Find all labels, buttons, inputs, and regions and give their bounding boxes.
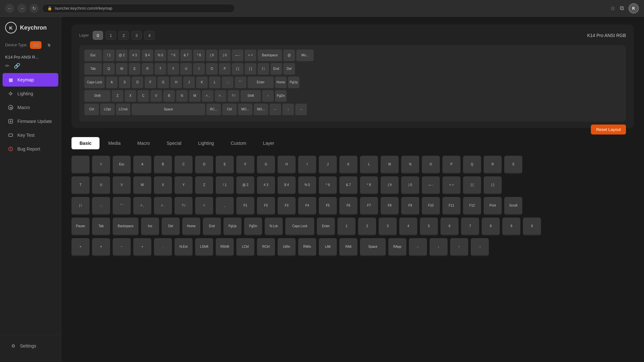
key-1[interactable]: ! 1 bbox=[103, 50, 115, 62]
grid-key-o[interactable]: O bbox=[422, 156, 440, 174]
key-up[interactable]: ↑ bbox=[262, 90, 274, 102]
sidebar-item-macro[interactable]: M Macro bbox=[3, 101, 58, 114]
key-rc[interactable]: RC... bbox=[206, 104, 221, 116]
layer-tab-3[interactable]: 3 bbox=[131, 31, 142, 40]
key-period[interactable]: > . bbox=[215, 90, 226, 102]
grid-key-6[interactable]: ^ 6 bbox=[319, 176, 337, 194]
grid-key-m[interactable]: M bbox=[381, 156, 399, 174]
grid-key-f1[interactable]: F1 bbox=[236, 197, 254, 215]
keycode-tab-custom[interactable]: Custom bbox=[223, 137, 254, 149]
key-lbracket[interactable]: { [ bbox=[232, 63, 243, 75]
grid-key-lwin[interactable]: LWin bbox=[278, 238, 296, 256]
key-mo3[interactable]: MO... bbox=[254, 104, 268, 116]
key-b[interactable]: B bbox=[163, 90, 175, 102]
grid-key-num0[interactable]: 0 bbox=[523, 218, 541, 236]
grid-key-space[interactable]: Space bbox=[360, 238, 386, 256]
key-equals[interactable]: + = bbox=[245, 50, 256, 62]
key-m[interactable]: M bbox=[189, 90, 201, 102]
keycode-tab-media[interactable]: Media bbox=[100, 137, 128, 149]
grid-key-print[interactable]: Print bbox=[484, 197, 502, 215]
key-semicolon[interactable]: : ; bbox=[222, 77, 233, 89]
reset-layout-button[interactable]: Reset Layout bbox=[591, 125, 626, 135]
key-r[interactable]: R bbox=[142, 63, 153, 75]
keycode-tab-special[interactable]: Special bbox=[158, 137, 189, 149]
key-9[interactable]: ( 9 bbox=[206, 50, 218, 62]
key-right[interactable]: → bbox=[295, 104, 307, 116]
grid-key-n[interactable]: N bbox=[401, 156, 419, 174]
grid-key-equals[interactable]: + = bbox=[442, 176, 460, 194]
grid-key-5[interactable]: % 5 bbox=[298, 176, 316, 194]
grid-key-f4[interactable]: F4 bbox=[298, 197, 316, 215]
key-mo1[interactable]: Mo... bbox=[296, 50, 314, 62]
key-4[interactable]: $ 4 bbox=[142, 50, 153, 62]
grid-key-w[interactable]: W bbox=[133, 176, 151, 194]
key-p[interactable]: P bbox=[219, 63, 231, 75]
key-esc[interactable]: Esc bbox=[84, 50, 102, 62]
edit-icon[interactable]: ✏ bbox=[5, 63, 9, 69]
grid-key-pause[interactable]: Pause bbox=[71, 218, 90, 236]
key-i[interactable]: I bbox=[193, 63, 205, 75]
grid-key-f8[interactable]: F8 bbox=[381, 197, 399, 215]
grid-key-lbracket[interactable]: { [ bbox=[463, 176, 481, 194]
key-space[interactable]: Space bbox=[132, 104, 205, 116]
grid-key-1[interactable]: ! 1 bbox=[216, 176, 234, 194]
grid-key-num5[interactable]: 5 bbox=[420, 218, 438, 236]
key-w[interactable]: W bbox=[116, 63, 128, 75]
grid-key-trns[interactable]: ▽ bbox=[92, 156, 110, 174]
grid-key-f9[interactable]: F9 bbox=[401, 197, 419, 215]
grid-key-num1[interactable]: 1 bbox=[337, 218, 355, 236]
grid-key-up2[interactable]: ↑ bbox=[450, 238, 468, 256]
key-end[interactable]: End bbox=[270, 63, 282, 75]
key-lopt[interactable]: LOpt bbox=[100, 104, 115, 116]
grid-key-rshift[interactable]: RShift bbox=[216, 238, 234, 256]
grid-key-nent[interactable]: N.Ent bbox=[175, 238, 193, 256]
grid-key-j[interactable]: J bbox=[319, 156, 337, 174]
grid-key-right[interactable]: → bbox=[471, 238, 489, 256]
grid-key-4[interactable]: $ 4 bbox=[278, 176, 296, 194]
key-f[interactable]: F bbox=[145, 77, 156, 89]
grid-key-period[interactable]: > . bbox=[154, 197, 172, 215]
grid-key-capslock[interactable]: Caps Lock bbox=[285, 218, 314, 236]
keycode-tab-layer[interactable]: Layer bbox=[255, 137, 282, 149]
grid-key-minus2[interactable]: − bbox=[113, 238, 131, 256]
grid-key-rwin[interactable]: RWin bbox=[298, 238, 316, 256]
grid-key-y[interactable]: Y bbox=[175, 176, 193, 194]
key-capslock[interactable]: Caps Lock bbox=[84, 77, 105, 89]
grid-key-d[interactable]: D bbox=[195, 156, 213, 174]
key-j[interactable]: J bbox=[183, 77, 195, 89]
key-y[interactable]: Y bbox=[167, 63, 179, 75]
grid-key-2[interactable]: @ 2 bbox=[236, 176, 254, 194]
key-lctrl[interactable]: Ctrl bbox=[84, 104, 99, 116]
grid-key-f12[interactable]: F12 bbox=[463, 197, 481, 215]
key-5[interactable]: % 5 bbox=[155, 50, 166, 62]
grid-key-scroll[interactable]: Scroll bbox=[504, 197, 522, 215]
key-t[interactable]: T bbox=[155, 63, 166, 75]
sidebar-item-keytest[interactable]: Key Test bbox=[3, 128, 58, 142]
grid-key-v[interactable]: V bbox=[113, 176, 131, 194]
layer-tab-1[interactable]: 1 bbox=[106, 31, 116, 40]
grid-key-semicolon[interactable]: : ; bbox=[92, 197, 110, 215]
key-k[interactable]: K bbox=[196, 77, 208, 89]
sidebar-item-settings[interactable]: ⚙ Settings bbox=[5, 339, 56, 353]
grid-key-c[interactable]: C bbox=[175, 156, 193, 174]
grid-key-f[interactable]: F bbox=[236, 156, 254, 174]
star-icon[interactable]: ☆ bbox=[610, 5, 615, 12]
grid-key-z[interactable]: Z bbox=[195, 176, 213, 194]
key-at[interactable]: @ bbox=[283, 50, 295, 62]
key-lshift[interactable]: Shift bbox=[84, 90, 110, 102]
keycode-tab-macro[interactable]: Macro bbox=[129, 137, 158, 149]
key-pgdn[interactable]: PgDn bbox=[275, 90, 287, 102]
grid-key-quote[interactable]: " ' bbox=[113, 197, 131, 215]
grid-key-num9[interactable]: 9 bbox=[502, 218, 520, 236]
key-rshift[interactable]: Shift bbox=[241, 90, 261, 102]
grid-key-u[interactable]: U bbox=[92, 176, 110, 194]
sidebar-item-lighting[interactable]: Lighting bbox=[3, 87, 58, 100]
link-icon[interactable]: 🔗 bbox=[14, 63, 20, 69]
key-slash[interactable]: ? / bbox=[228, 90, 239, 102]
grid-key-f6[interactable]: F6 bbox=[339, 197, 357, 215]
key-minus[interactable]: — - bbox=[232, 50, 243, 62]
refresh-button[interactable]: ↻ bbox=[30, 4, 39, 13]
grid-key-8[interactable]: * 8 bbox=[360, 176, 378, 194]
key-home[interactable]: Home bbox=[275, 77, 287, 89]
grid-key-dot[interactable]: . bbox=[154, 238, 172, 256]
